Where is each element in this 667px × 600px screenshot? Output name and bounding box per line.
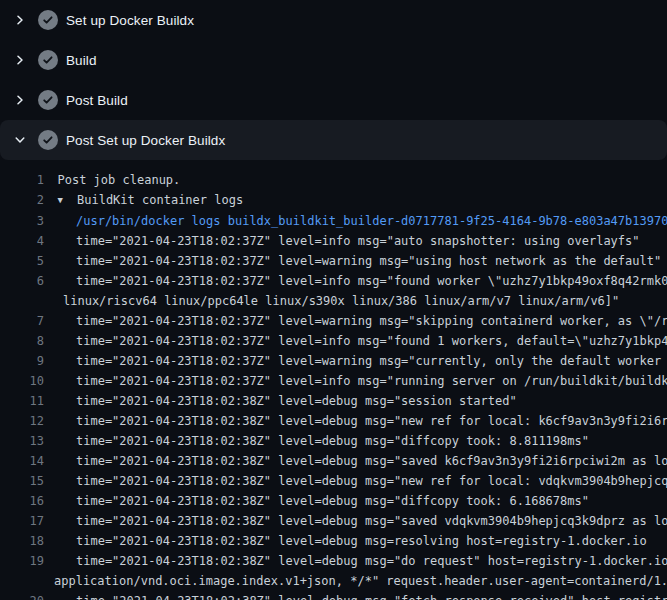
- step-row-build[interactable]: Build: [0, 40, 667, 80]
- line-number[interactable]: 4: [0, 231, 44, 251]
- log-text: time="2021-04-23T18:02:38Z" level=debug …: [76, 451, 667, 471]
- line-number: [0, 571, 44, 591]
- step-row-post-build[interactable]: Post Build: [0, 80, 667, 120]
- line-number[interactable]: 19: [0, 551, 44, 571]
- line-number[interactable]: 13: [0, 431, 44, 451]
- chevron-right-icon[interactable]: [14, 12, 38, 28]
- log-line-10: 10time="2021-04-23T18:02:37Z" level=info…: [0, 371, 667, 391]
- log-text: time="2021-04-23T18:02:38Z" level=debug …: [76, 531, 647, 551]
- log-text: linux/riscv64 linux/ppc64le linux/s390x …: [63, 291, 619, 311]
- line-number[interactable]: 15: [0, 471, 44, 491]
- log-line-14: 14time="2021-04-23T18:02:38Z" level=debu…: [0, 451, 667, 471]
- line-number[interactable]: 16: [0, 491, 44, 511]
- log-text: time="2021-04-23T18:02:37Z" level=warnin…: [76, 351, 667, 371]
- log-line-13: 13time="2021-04-23T18:02:38Z" level=debu…: [0, 431, 667, 451]
- log-line-19: 19time="2021-04-23T18:02:38Z" level=debu…: [0, 551, 667, 571]
- log-line-18: 18time="2021-04-23T18:02:38Z" level=debu…: [0, 531, 667, 551]
- step-label: Build: [66, 53, 97, 68]
- line-number[interactable]: 8: [0, 331, 44, 351]
- line-number[interactable]: 18: [0, 531, 44, 551]
- check-circle-icon: [38, 90, 58, 110]
- line-number[interactable]: 5: [0, 251, 44, 271]
- log-text: time="2021-04-23T18:02:37Z" level=warnin…: [76, 311, 667, 331]
- line-number[interactable]: 20: [0, 591, 44, 600]
- log-text: time="2021-04-23T18:02:38Z" level=debug …: [76, 471, 667, 491]
- log-text: time="2021-04-23T18:02:38Z" level=debug …: [76, 591, 667, 600]
- line-number[interactable]: 11: [0, 391, 44, 411]
- group-label: BuildKit container logs: [77, 193, 243, 207]
- log-line-3: 3/usr/bin/docker logs buildx_buildkit_bu…: [0, 211, 667, 231]
- log-line-7: 7time="2021-04-23T18:02:37Z" level=warni…: [0, 311, 667, 331]
- line-number[interactable]: 2: [0, 190, 44, 211]
- step-list: Set up Docker BuildxBuildPost BuildPost …: [0, 0, 667, 160]
- chevron-right-icon[interactable]: [14, 52, 38, 68]
- line-number[interactable]: 10: [0, 371, 44, 391]
- check-circle-icon: [38, 10, 58, 30]
- step-label: Set up Docker Buildx: [66, 13, 194, 28]
- step-label: Post Build: [66, 93, 128, 108]
- line-number[interactable]: 12: [0, 411, 44, 431]
- actions-log-viewer: Set up Docker BuildxBuildPost BuildPost …: [0, 0, 667, 600]
- log-line-9: 9time="2021-04-23T18:02:37Z" level=warni…: [0, 351, 667, 371]
- log-text: time="2021-04-23T18:02:37Z" level=warnin…: [76, 251, 661, 271]
- line-number[interactable]: 14: [0, 451, 44, 471]
- log-text: Post job cleanup.: [58, 170, 181, 190]
- line-number[interactable]: 1: [0, 170, 44, 190]
- log-line-12: 12time="2021-04-23T18:02:38Z" level=debu…: [0, 411, 667, 431]
- log-line-4: 4time="2021-04-23T18:02:37Z" level=info …: [0, 231, 667, 251]
- log-group-header[interactable]: ▼BuildKit container logs: [58, 190, 244, 211]
- log-line-8: 8time="2021-04-23T18:02:37Z" level=info …: [0, 331, 667, 351]
- line-number[interactable]: 3: [0, 211, 44, 231]
- step-row-post-set-up-docker-buildx[interactable]: Post Set up Docker Buildx: [0, 120, 667, 160]
- step-row-set-up-docker-buildx[interactable]: Set up Docker Buildx: [0, 0, 667, 40]
- chevron-right-icon[interactable]: [14, 92, 38, 108]
- log-text: time="2021-04-23T18:02:37Z" level=info m…: [76, 271, 667, 291]
- log-line-1: 1Post job cleanup.: [0, 170, 667, 190]
- line-number[interactable]: 7: [0, 311, 44, 331]
- log-text: time="2021-04-23T18:02:38Z" level=debug …: [76, 511, 667, 531]
- log-line-11: 11time="2021-04-23T18:02:38Z" level=debu…: [0, 391, 667, 411]
- log-text: time="2021-04-23T18:02:37Z" level=info m…: [76, 331, 667, 351]
- log-line-20: 20time="2021-04-23T18:02:38Z" level=debu…: [0, 591, 667, 600]
- log-line-15: 15time="2021-04-23T18:02:38Z" level=debu…: [0, 471, 667, 491]
- log-line-16: 16time="2021-04-23T18:02:38Z" level=debu…: [0, 491, 667, 511]
- line-number: [0, 291, 44, 311]
- log-text: time="2021-04-23T18:02:37Z" level=info m…: [76, 371, 667, 391]
- check-circle-icon: [38, 130, 58, 150]
- line-number[interactable]: 17: [0, 511, 44, 531]
- log-panel[interactable]: 1Post job cleanup.2▼BuildKit container l…: [0, 160, 667, 600]
- log-line-6: 6time="2021-04-23T18:02:37Z" level=info …: [0, 271, 667, 291]
- log-text: application/vnd.oci.image.index.v1+json,…: [54, 571, 667, 591]
- log-line-5: 5time="2021-04-23T18:02:37Z" level=warni…: [0, 251, 667, 271]
- log-text: time="2021-04-23T18:02:38Z" level=debug …: [76, 431, 589, 451]
- step-label: Post Set up Docker Buildx: [66, 133, 225, 148]
- log-line-continuation: application/vnd.oci.image.index.v1+json,…: [0, 571, 667, 591]
- check-circle-icon: [38, 50, 58, 70]
- log-text: time="2021-04-23T18:02:37Z" level=info m…: [76, 231, 640, 251]
- log-text: time="2021-04-23T18:02:38Z" level=debug …: [76, 491, 589, 511]
- log-line-continuation: linux/riscv64 linux/ppc64le linux/s390x …: [0, 291, 667, 311]
- log-line-17: 17time="2021-04-23T18:02:38Z" level=debu…: [0, 511, 667, 531]
- log-text: time="2021-04-23T18:02:38Z" level=debug …: [76, 391, 517, 411]
- command-text: /usr/bin/docker logs buildx_buildkit_bui…: [76, 211, 667, 231]
- log-text: time="2021-04-23T18:02:38Z" level=debug …: [76, 411, 667, 431]
- line-number[interactable]: 6: [0, 271, 44, 291]
- group-caret-icon[interactable]: ▼: [58, 190, 78, 210]
- chevron-down-icon[interactable]: [14, 132, 38, 148]
- log-line-2: 2▼BuildKit container logs: [0, 190, 667, 211]
- log-text: time="2021-04-23T18:02:38Z" level=debug …: [76, 551, 667, 571]
- line-number[interactable]: 9: [0, 351, 44, 371]
